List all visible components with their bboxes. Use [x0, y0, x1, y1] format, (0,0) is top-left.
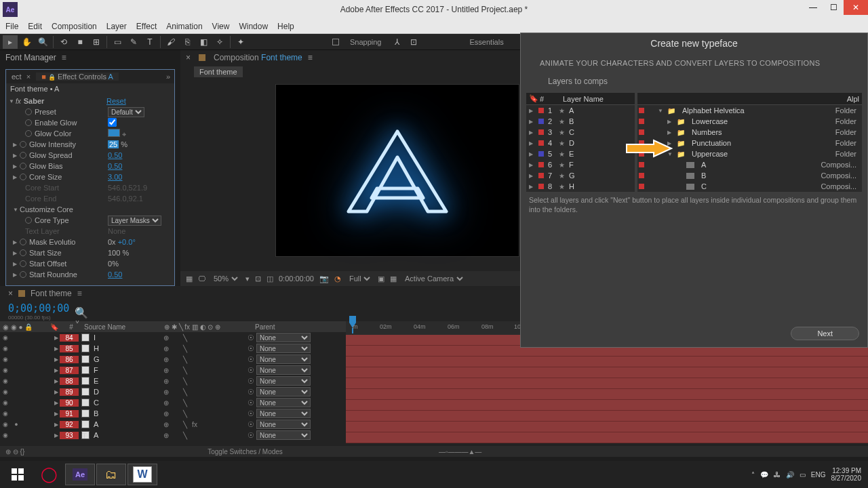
snap-icon[interactable]: ⅄	[390, 35, 405, 49]
composition-viewport[interactable]	[275, 84, 519, 257]
stopwatch-icon[interactable]	[20, 174, 26, 180]
toggle-icon[interactable]: ⊕ ⊖ {}	[0, 448, 24, 455]
explorer-icon[interactable]: 🗂	[96, 464, 126, 485]
folder-row[interactable]: AComposi...	[637, 159, 862, 170]
timeline-tab[interactable]: Font theme	[31, 289, 72, 298]
panel-menu-icon[interactable]: ≡	[62, 53, 66, 62]
comp-tab[interactable]: Font theme	[261, 53, 302, 62]
after-effects-taskbar-icon[interactable]: Ae	[65, 464, 95, 485]
snapping-checkbox[interactable]	[332, 39, 339, 45]
roto-tool-icon[interactable]: ✧	[212, 35, 227, 49]
brush-tool-icon[interactable]: 🖌	[163, 35, 178, 49]
channel-icon[interactable]: ◔	[334, 274, 341, 283]
stopwatch-icon[interactable]	[20, 163, 26, 169]
pen-tool-icon[interactable]: ✎	[126, 35, 141, 49]
effect-name[interactable]: Saber	[24, 97, 45, 105]
resolution-select[interactable]: Full	[347, 274, 372, 283]
font-manager-panel[interactable]: Font Manager	[5, 53, 56, 62]
core-type-select[interactable]: Layer Masks	[108, 216, 161, 226]
stopwatch-icon[interactable]	[25, 108, 32, 115]
stopwatch-icon[interactable]	[20, 249, 26, 256]
close-button[interactable]: ✕	[844, 0, 868, 15]
layer-row[interactable]: ▶5★E	[526, 148, 635, 159]
stopwatch-icon[interactable]	[20, 152, 26, 159]
network-icon[interactable]: 🖧	[774, 471, 781, 479]
comp-breadcrumb[interactable]: Font theme	[194, 66, 243, 77]
panel-overflow-icon[interactable]: »	[166, 73, 174, 81]
close-tab-icon[interactable]: ×	[8, 289, 13, 298]
menu-view[interactable]: View	[212, 22, 230, 31]
folder-row[interactable]: ▼📁Alphabet HelveticaFolder	[637, 105, 862, 116]
panel-menu-icon[interactable]: ≡	[77, 289, 82, 298]
menu-help[interactable]: Help	[277, 22, 294, 31]
menu-layer[interactable]: Layer	[106, 22, 127, 31]
customize-core-group[interactable]: Customize Core	[20, 205, 73, 214]
stopwatch-icon[interactable]	[20, 260, 26, 267]
word-icon[interactable]: W	[127, 464, 157, 485]
opera-icon[interactable]: ◯	[34, 464, 64, 485]
panel-menu-icon[interactable]: ≡	[308, 53, 313, 62]
layer-row[interactable]: ▶3★C	[526, 127, 635, 138]
stopwatch-icon[interactable]	[25, 119, 32, 126]
camera-tool-icon[interactable]: ■	[73, 35, 87, 49]
timecode[interactable]: 0:00:00:00	[279, 274, 314, 283]
glow-spread-value[interactable]: 0.50	[108, 151, 122, 159]
stopwatch-icon[interactable]	[20, 271, 26, 278]
folder-row[interactable]: BComposi...	[637, 170, 862, 181]
roi-icon[interactable]: ▣	[378, 274, 384, 283]
enable-glow-checkbox[interactable]	[108, 118, 117, 127]
selection-tool-icon[interactable]: ▸	[3, 35, 18, 49]
preset-select[interactable]: Default	[108, 107, 144, 117]
rect-tool-icon[interactable]: ▭	[110, 35, 125, 49]
folder-row[interactable]: ▶📁LowercaseFolder	[637, 116, 862, 127]
layer-row[interactable]: ▶4★D	[526, 138, 635, 148]
reset-link[interactable]: Reset	[106, 97, 126, 105]
res-icon[interactable]: ⊡	[255, 274, 261, 283]
start-button[interactable]	[3, 464, 33, 485]
language-indicator[interactable]: ENG	[811, 471, 826, 479]
menu-effect[interactable]: Effect	[136, 22, 157, 31]
stopwatch-icon[interactable]	[20, 141, 26, 148]
maximize-button[interactable]: ☐	[823, 0, 844, 15]
minimize-button[interactable]: —	[803, 0, 823, 15]
workspace-label[interactable]: Essentials	[463, 38, 511, 46]
menu-animation[interactable]: Animation	[166, 22, 202, 31]
core-size-value[interactable]: 3.00	[108, 173, 122, 181]
action-center-icon[interactable]: 💬	[760, 471, 768, 479]
layer-row[interactable]: ▶6★F	[526, 159, 635, 170]
stopwatch-icon[interactable]	[25, 217, 32, 224]
grid-icon[interactable]: ▦	[186, 274, 193, 283]
layer-row[interactable]: ▶2★B	[526, 116, 635, 127]
zoom-tool-icon[interactable]: 🔍	[35, 35, 50, 49]
stopwatch-icon[interactable]	[25, 130, 32, 137]
project-tab[interactable]: ect ×	[6, 73, 36, 81]
zoom-slider[interactable]: —◦———▲—	[439, 448, 481, 455]
close-tab-icon[interactable]: ×	[186, 53, 191, 62]
snapshot-icon[interactable]: 📷	[319, 274, 329, 283]
toggle-switches-button[interactable]: Toggle Switches / Modes	[208, 448, 283, 455]
layers-list[interactable]: 🔖#Layer Name ▶1★A▶2★B▶3★C▶4★D▶5★E▶6★F▶7★…	[526, 93, 635, 192]
transparency-icon[interactable]: ▦	[390, 274, 397, 283]
volume-icon[interactable]: 🔊	[786, 471, 794, 479]
layer-row[interactable]: ▶7★G	[526, 170, 635, 181]
menu-file[interactable]: File	[5, 22, 18, 31]
color-swatch[interactable]	[108, 129, 120, 137]
current-time[interactable]: 0;00;00;00	[8, 302, 69, 314]
folder-row[interactable]: CComposi...	[637, 181, 862, 192]
layer-row[interactable]: ▶8★H	[526, 181, 635, 192]
effect-controls-tab[interactable]: ■ 🔒 Effect Controls A	[36, 73, 119, 81]
tray-overflow-icon[interactable]: ˄	[751, 471, 755, 479]
glow-intensity-value[interactable]: 25	[108, 140, 119, 148]
pin-tool-icon[interactable]: ✦	[233, 35, 248, 49]
glow-bias-value[interactable]: 0.50	[108, 162, 122, 170]
layer-row[interactable]: ▶1★A	[526, 105, 635, 116]
snap-option-icon[interactable]: ⊡	[406, 35, 421, 49]
menu-window[interactable]: Window	[239, 22, 268, 31]
stopwatch-icon[interactable]	[20, 239, 26, 245]
clone-tool-icon[interactable]: ⎘	[180, 35, 195, 49]
text-tool-icon[interactable]: T	[142, 35, 157, 49]
eraser-tool-icon[interactable]: ◧	[196, 35, 211, 49]
clock[interactable]: 12:39 PM8/27/2020	[831, 467, 862, 482]
zoom-select[interactable]: 50%	[211, 274, 240, 283]
camera-select[interactable]: Active Camera	[402, 274, 465, 283]
